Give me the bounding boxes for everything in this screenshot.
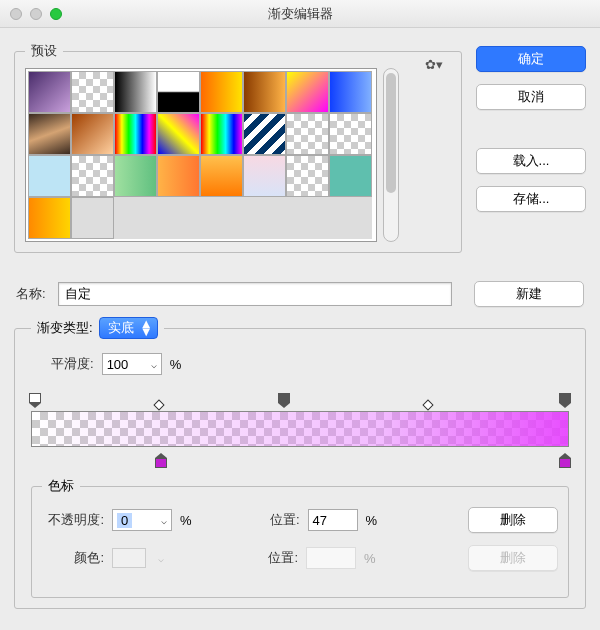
cancel-button[interactable]: 取消 (476, 84, 586, 110)
name-input[interactable]: 自定 (58, 282, 452, 306)
midpoint-handle[interactable] (153, 399, 164, 410)
preset-swatch[interactable] (243, 155, 286, 197)
percent-label: % (170, 357, 182, 372)
color-swatch (112, 548, 146, 568)
preset-empty (329, 197, 372, 239)
close-icon[interactable] (10, 8, 22, 20)
load-button[interactable]: 载入... (476, 148, 586, 174)
smoothness-input[interactable]: 100 ⌵ (102, 353, 162, 375)
smoothness-label: 平滑度: (51, 355, 94, 373)
percent-label: % (364, 551, 376, 566)
preset-swatch[interactable] (243, 71, 286, 113)
color-stop[interactable] (155, 453, 167, 467)
preset-swatches (25, 68, 377, 242)
scrollbar-thumb[interactable] (386, 73, 396, 193)
percent-label: % (180, 513, 192, 528)
opacity-value: 0 (117, 513, 132, 528)
smoothness-value: 100 (107, 357, 129, 372)
new-button[interactable]: 新建 (474, 281, 584, 307)
color-stop[interactable] (559, 453, 571, 467)
preset-swatch[interactable] (329, 155, 372, 197)
location-input[interactable]: 47 (308, 509, 358, 531)
percent-label: % (366, 513, 378, 528)
preset-swatch[interactable] (28, 197, 71, 239)
chevron-down-icon: ⌵ (161, 515, 167, 526)
preset-empty (286, 197, 329, 239)
location-value: 47 (313, 513, 327, 528)
presets-group: 预设 ✿▾ (14, 42, 462, 253)
preset-swatch[interactable] (71, 155, 114, 197)
delete-opacity-stop-button[interactable]: 删除 (468, 507, 558, 533)
stops-legend: 色标 (42, 477, 80, 495)
gradient-preview-bar[interactable] (31, 411, 569, 447)
chevron-down-icon: ⌵ (154, 553, 168, 564)
preset-swatch[interactable] (114, 155, 157, 197)
ok-button[interactable]: 确定 (476, 46, 586, 72)
presets-legend: 预设 (25, 42, 63, 60)
preset-swatch[interactable] (286, 71, 329, 113)
preset-swatch[interactable] (243, 113, 286, 155)
save-button[interactable]: 存储... (476, 186, 586, 212)
preset-swatch[interactable] (114, 113, 157, 155)
gradient-type-value: 实底 (108, 319, 134, 337)
select-arrows-icon: ▲▼ (140, 320, 153, 336)
opacity-stop[interactable] (278, 393, 290, 407)
midpoint-handle[interactable] (422, 399, 433, 410)
preset-swatch[interactable] (71, 71, 114, 113)
preset-swatch[interactable] (200, 113, 243, 155)
location-label: 位置: (238, 511, 300, 529)
preset-empty (200, 197, 243, 239)
preset-empty (157, 197, 200, 239)
zoom-icon[interactable] (50, 8, 62, 20)
name-label: 名称: (16, 285, 46, 303)
location2-input (306, 547, 356, 569)
window-controls (0, 8, 62, 20)
stops-group: 色标 不透明度: 0 ⌵ % 位置: 47 % 删除 颜色: ⌵ (31, 477, 569, 598)
gradient-editor-window: 渐变编辑器 预设 ✿▾ (0, 0, 600, 630)
opacity-stop[interactable] (29, 393, 41, 407)
preset-swatch[interactable] (28, 155, 71, 197)
titlebar: 渐变编辑器 (0, 0, 600, 28)
gradient-type-label: 渐变类型: (37, 319, 93, 337)
opacity-label: 不透明度: (42, 511, 104, 529)
color-label: 颜色: (42, 549, 104, 567)
preset-swatch[interactable] (286, 113, 329, 155)
preset-empty (114, 197, 157, 239)
gradient-type-legend: 渐变类型: 实底 ▲▼ (31, 317, 164, 339)
preset-swatch[interactable] (71, 197, 114, 239)
gradient-type-select[interactable]: 实底 ▲▼ (99, 317, 158, 339)
preset-swatch[interactable] (114, 71, 157, 113)
preset-swatch[interactable] (200, 71, 243, 113)
preset-swatch[interactable] (28, 113, 71, 155)
location2-label: 位置: (236, 549, 298, 567)
opacity-input[interactable]: 0 ⌵ (112, 509, 172, 531)
delete-color-stop-button: 删除 (468, 545, 558, 571)
preset-swatch[interactable] (329, 71, 372, 113)
preset-swatch[interactable] (286, 155, 329, 197)
minimize-icon[interactable] (30, 8, 42, 20)
preset-scrollbar[interactable] (383, 68, 399, 242)
opacity-stop[interactable] (559, 393, 571, 407)
window-title: 渐变编辑器 (0, 5, 600, 23)
preset-swatch[interactable] (28, 71, 71, 113)
chevron-down-icon: ⌵ (151, 359, 157, 370)
preset-swatch[interactable] (200, 155, 243, 197)
preset-empty (243, 197, 286, 239)
preset-swatch[interactable] (71, 113, 114, 155)
preset-swatch[interactable] (329, 113, 372, 155)
gradient-type-group: 渐变类型: 实底 ▲▼ 平滑度: 100 ⌵ % 色标 (14, 317, 586, 609)
preset-swatch[interactable] (157, 113, 200, 155)
preset-swatch[interactable] (157, 71, 200, 113)
preset-swatch[interactable] (157, 155, 200, 197)
gear-icon[interactable]: ✿▾ (421, 57, 447, 72)
gradient-editor-track (31, 393, 569, 467)
